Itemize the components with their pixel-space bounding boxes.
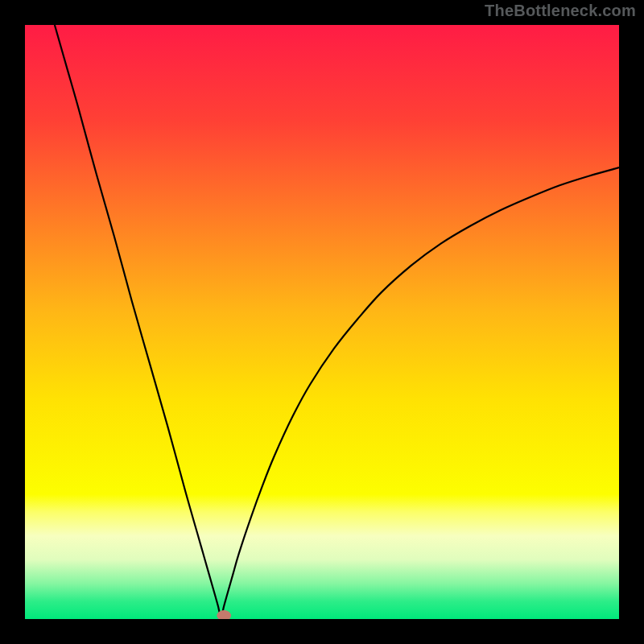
plot-area [25,25,619,619]
chart-frame: TheBottleneck.com [0,0,644,644]
chart-background [25,25,619,619]
chart-canvas [25,25,619,619]
attribution-label: TheBottleneck.com [485,2,636,20]
